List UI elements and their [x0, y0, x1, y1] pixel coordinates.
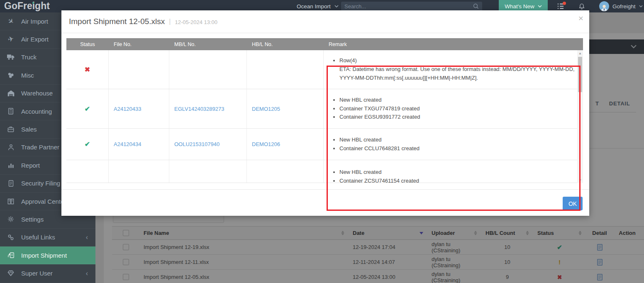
status-cell: ✔ [66, 89, 109, 128]
hbl-no-link[interactable]: DEMO1205 [252, 106, 280, 112]
status-cell: ✔ [66, 129, 109, 160]
result-col-status: Status [66, 38, 109, 50]
modal-header: Import Shipment 12-05.xlsx | 12-05-2024 … [61, 10, 589, 33]
sidebar-item-label: Approval Center [21, 198, 66, 205]
file-no-link[interactable]: A24120433 [114, 106, 141, 112]
mbl-no-cell: EGLV142403289273 [169, 89, 247, 128]
whats-new-label: What's New [505, 3, 534, 10]
warehouse-icon [6, 90, 16, 96]
modal-title: Import Shipment 12-05.xlsx [69, 17, 165, 26]
sidebar-item-label: Misc [21, 72, 34, 79]
file-no-cell [109, 160, 169, 183]
user-name: Gofreight [612, 3, 636, 10]
global-search [341, 2, 482, 11]
sidebar-item-label: Import Shipment [21, 252, 67, 259]
sidebar-item-useful-links[interactable]: Useful Links‹ [0, 229, 95, 246]
chevron-down-icon [538, 5, 542, 7]
result-row: New HBL createdContainer ZCSU7461154 cre… [66, 160, 577, 183]
hbl-no-cell [247, 160, 324, 183]
import-result-modal: Import Shipment 12-05.xlsx | 12-05-2024 … [61, 10, 589, 216]
remark-cell: New HBL createdContainer CCLU7648281 cre… [324, 129, 577, 160]
mbl-no-link[interactable]: OOLU2153107940 [174, 141, 220, 147]
link-icon [6, 234, 16, 241]
sidebar-item-label: Air Export [21, 36, 49, 43]
sidebar-item-label: Useful Links [21, 234, 55, 241]
remark-cell: New HBL createdContainer ZCSU7461154 cre… [324, 160, 577, 183]
file-no-cell: A24120433 [109, 89, 169, 128]
result-row: ✖Row(4) ETA: Datetime has wrong format. … [66, 50, 577, 89]
import-doc-icon [6, 252, 16, 259]
result-table-header: StatusFile No.MB/L No.HB/L No.Remark [66, 38, 583, 50]
scroll-down-arrow[interactable]: ▼ [577, 177, 583, 183]
truck-icon [6, 54, 16, 60]
close-icon[interactable]: × [578, 12, 583, 24]
chevron-left-icon: ‹ [86, 270, 88, 277]
briefcase-icon [6, 126, 16, 132]
file-no-cell: A24120434 [109, 129, 169, 160]
mbl-no-cell [169, 160, 247, 183]
sidebar-item-label: Security Filing [21, 180, 60, 187]
remark-cell: Row(4) ETA: Datetime has wrong format. U… [324, 50, 577, 89]
logo-i-dot [32, 2, 34, 4]
diamond-icon [6, 270, 16, 276]
result-row: ✔A24120433EGLV142403289273DEMO1205New HB… [66, 89, 577, 129]
remark-item: New HBL created [339, 168, 419, 177]
remark-item: Container EGSU9391772 created [339, 113, 420, 122]
status-cell [66, 160, 109, 183]
sidebar-item-label: Sales [21, 126, 37, 133]
hbl-no-cell: DEMO1206 [247, 129, 324, 160]
sidebar-item-label: Super User [21, 270, 53, 277]
sidebar-item-label: Air Import [21, 18, 48, 25]
book-icon [6, 198, 16, 205]
modal-datetime: 12-05-2024 13:00 [175, 19, 217, 25]
avatar [599, 1, 609, 11]
mbl-no-link[interactable]: EGLV142403289273 [174, 106, 224, 112]
status-cell: ✖ [66, 50, 109, 89]
remark-item: New HBL created [339, 136, 420, 144]
status-error-icon: ✖ [85, 66, 90, 73]
chevron-down-icon [334, 5, 339, 7]
sidebar-item-label: Settings [21, 216, 44, 223]
result-table-body: ✖Row(4) ETA: Datetime has wrong format. … [66, 50, 577, 183]
search-input[interactable] [341, 3, 473, 10]
scroll-up-arrow[interactable]: ▲ [577, 50, 583, 56]
status-success-icon: ✔ [85, 140, 90, 148]
sidebar-item-label: Truck [21, 54, 37, 61]
result-row: ✔A24120434OOLU2153107940DEMO1206New HBL … [66, 129, 577, 160]
plane-arrival-icon: ✈ [6, 17, 16, 26]
search-icon [473, 3, 482, 9]
user-menu[interactable]: Gofreight [599, 0, 643, 12]
sidebar-item-label: Warehouse [21, 90, 53, 97]
calculator-icon [6, 108, 16, 115]
sidebar-item-import-shipment[interactable]: Import Shipment [0, 246, 95, 264]
gear-icon [6, 216, 16, 222]
sidebar-item-label: Trade Partner [21, 144, 59, 151]
file-no-link[interactable]: A24120434 [114, 141, 141, 147]
remark-cell: New HBL createdContainer TXGU7747819 cre… [324, 89, 577, 128]
plane-departure-icon: ✈ [6, 35, 16, 44]
module-selector-label: Ocean Import [297, 3, 331, 10]
notification-dot [563, 2, 566, 5]
document-icon [6, 180, 16, 187]
sidebar-item-label: Accounting [21, 108, 52, 115]
sidebar-item-super-user[interactable]: Super User‹ [0, 264, 95, 282]
hbl-no-cell: DEMO1205 [247, 89, 324, 128]
result-col-remark: Remark [324, 38, 583, 50]
hbl-no-cell [247, 50, 324, 89]
scrollbar-thumb[interactable] [578, 57, 582, 92]
modal-table-scrollbar[interactable]: ▲ ▼ [577, 50, 583, 183]
file-no-cell [109, 50, 169, 89]
mbl-no-cell: OOLU2153107940 [169, 129, 247, 160]
shapes-icon [6, 72, 16, 78]
hbl-no-link[interactable]: DEMO1206 [252, 141, 280, 147]
sidebar-item-label: Report [21, 162, 40, 169]
ok-button[interactable]: OK [563, 197, 583, 210]
remark-item: Container CCLU7648281 created [339, 144, 420, 153]
bar-chart-icon [6, 162, 16, 168]
chevron-down-icon [639, 5, 643, 7]
remark-item: Container ZCSU7461154 created [339, 177, 419, 183]
remark-item: New HBL created [339, 96, 420, 105]
person-icon [6, 144, 16, 151]
app-root: GoFreight Ocean Import What's New [0, 0, 644, 283]
status-success-icon: ✔ [85, 105, 90, 113]
